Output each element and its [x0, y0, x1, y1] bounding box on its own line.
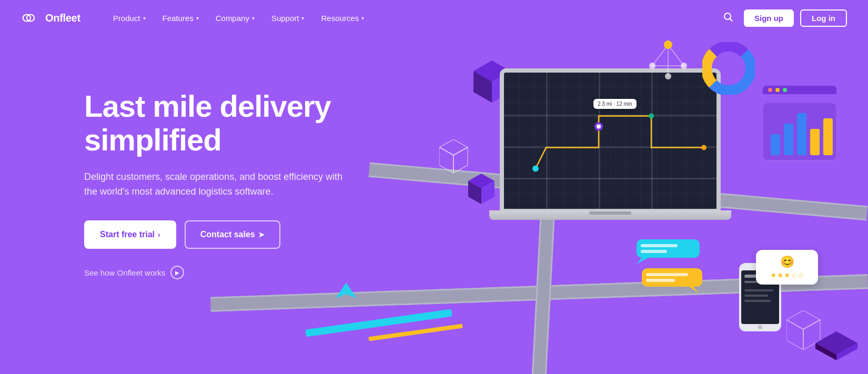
svg-marker-0 [336, 282, 357, 298]
svg-point-39 [649, 63, 655, 69]
nav-support[interactable]: Support ▾ [264, 9, 312, 27]
hero-content: Last mile delivery simplified Delight cu… [84, 89, 410, 279]
svg-rect-55 [744, 295, 768, 297]
svg-point-20 [532, 166, 539, 172]
laptop-screen: 2.3 mi · 12 min [500, 68, 721, 210]
start-trial-button[interactable]: Start free trial › [84, 220, 176, 249]
svg-marker-9 [439, 139, 468, 155]
svg-rect-28 [797, 113, 806, 155]
cube-purple-small [468, 174, 494, 206]
svg-marker-13 [786, 320, 803, 350]
svg-rect-49 [646, 279, 675, 282]
laptop-map: 2.3 mi · 12 min [504, 73, 716, 209]
bar-chart [763, 103, 836, 173]
svg-point-41 [665, 73, 671, 79]
chart-header [763, 86, 836, 94]
chevron-down-icon: ▾ [361, 15, 364, 21]
svg-rect-48 [646, 273, 688, 276]
svg-rect-46 [642, 268, 702, 287]
svg-rect-42 [637, 239, 700, 258]
svg-point-57 [758, 325, 762, 329]
svg-point-38 [664, 41, 672, 49]
logo-icon [21, 12, 40, 24]
svg-marker-43 [637, 258, 648, 264]
nav-features[interactable]: Features ▾ [155, 9, 206, 27]
contact-sales-button[interactable]: Contact sales ➤ [185, 220, 280, 249]
play-icon: ▶ [170, 266, 184, 279]
svg-marker-12 [786, 310, 820, 329]
chevron-down-icon: ▾ [196, 15, 199, 21]
login-button[interactable]: Log in [800, 9, 847, 27]
svg-point-22 [701, 145, 706, 150]
svg-rect-26 [771, 134, 780, 155]
rating-widget: 😊 ★★★☆☆ [756, 250, 818, 285]
delivery-marker [336, 282, 357, 311]
laptop-base [489, 210, 731, 220]
cta-buttons: Start free trial › Contact sales ➤ [84, 220, 410, 249]
svg-point-24 [597, 125, 601, 129]
svg-rect-44 [641, 244, 678, 247]
purple-block-br [815, 331, 857, 362]
network-diagram [642, 37, 694, 86]
chat-bubbles [637, 237, 705, 297]
cyan-road [305, 309, 452, 337]
chevron-down-icon: ▾ [301, 15, 304, 21]
svg-point-40 [681, 63, 687, 69]
smiley-icon: 😊 [763, 255, 811, 269]
svg-rect-29 [810, 129, 820, 155]
chevron-down-icon: ▾ [143, 15, 146, 21]
svg-rect-45 [641, 250, 667, 253]
hero-section: Onfleet Product ▾ Features ▾ Company ▾ S… [0, 0, 868, 374]
svg-rect-56 [744, 300, 771, 302]
logo-text: Onfleet [45, 12, 80, 24]
svg-marker-10 [439, 147, 453, 173]
svg-line-2 [730, 18, 733, 21]
svg-rect-30 [823, 118, 833, 155]
nav-right: Sign up Log in [719, 7, 847, 29]
pie-chart [702, 42, 755, 97]
navigation: Onfleet Product ▾ Features ▾ Company ▾ S… [0, 0, 868, 36]
cube-outline [439, 139, 468, 175]
svg-rect-54 [744, 289, 773, 291]
arrow-icon: ➤ [258, 230, 265, 239]
svg-marker-47 [689, 287, 699, 293]
map-tooltip: 2.3 mi · 12 min [593, 99, 637, 109]
nav-company[interactable]: Company ▾ [208, 9, 262, 27]
signup-button[interactable]: Sign up [744, 9, 794, 27]
nav-product[interactable]: Product ▾ [106, 9, 153, 27]
arrow-icon: › [158, 230, 160, 239]
hero-headline: Last mile delivery simplified [84, 89, 410, 157]
logo[interactable]: Onfleet [21, 12, 80, 24]
hero-subtext: Delight customers, scale operations, and… [84, 169, 358, 200]
search-icon[interactable] [719, 7, 738, 29]
svg-rect-27 [784, 124, 793, 155]
see-how-link[interactable]: See how Onfleet works ▶ [84, 266, 410, 279]
star-rating: ★★★☆☆ [763, 271, 811, 279]
nav-links: Product ▾ Features ▾ Company ▾ Support ▾… [106, 9, 719, 27]
svg-point-21 [649, 114, 654, 119]
chevron-down-icon: ▾ [252, 15, 255, 21]
svg-marker-11 [453, 147, 468, 173]
nav-resources[interactable]: Resources ▾ [314, 9, 371, 27]
yellow-road-accent [368, 324, 462, 341]
